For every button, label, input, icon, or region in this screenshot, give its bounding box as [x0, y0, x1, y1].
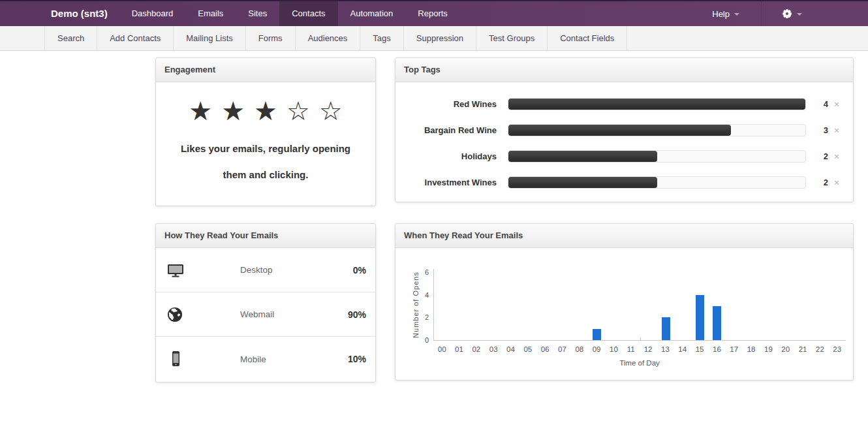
x-tick-label-00: 00: [433, 345, 450, 353]
chart-plot-slots: [434, 269, 846, 340]
star-filled-icon: ★: [189, 96, 212, 126]
read-method-row-mobile: Mobile 10%: [156, 337, 375, 381]
x-axis-mid-tick: [640, 337, 641, 340]
bar-hour-13: [662, 317, 670, 340]
contacts-subnav: SearchAdd ContactsMailing ListsFormsAudi…: [0, 26, 868, 51]
tag-row-holidays: Holidays2×: [395, 143, 853, 169]
top-navbar: Demo (snt3) DashboardEmailsSitesContacts…: [0, 0, 868, 26]
subnav-item-add-contacts[interactable]: Add Contacts: [97, 26, 174, 50]
x-tick-label-18: 18: [743, 345, 760, 353]
chart-plot-area: Number of Opens 0246: [433, 269, 846, 341]
tag-bar-fill: [508, 151, 657, 162]
navbar-divider: [762, 1, 762, 26]
star-empty-icon: ☆: [287, 96, 310, 126]
tag-bar-fill: [508, 125, 731, 136]
nav-item-reports[interactable]: Reports: [405, 1, 460, 26]
subnav-item-test-groups[interactable]: Test Groups: [476, 26, 548, 50]
tag-name: Holidays: [395, 151, 508, 161]
read-method-label: Desktop: [240, 265, 353, 275]
subnav-item-mailing-lists[interactable]: Mailing Lists: [174, 26, 246, 50]
tag-row-bargain-red-wine: Bargain Red Wine3×: [395, 117, 853, 143]
remove-tag-button[interactable]: ×: [828, 178, 845, 187]
chart-slot-16: [709, 306, 726, 340]
globe-icon: [167, 307, 184, 322]
nav-item-sites[interactable]: Sites: [236, 1, 279, 26]
tag-count: 3: [810, 125, 828, 135]
x-tick-label-10: 10: [605, 345, 622, 353]
read-method-label: Mobile: [240, 354, 348, 364]
remove-tag-button[interactable]: ×: [828, 151, 845, 161]
nav-item-contacts[interactable]: Contacts: [279, 1, 337, 26]
read-times-panel-title: When They Read Your Emails: [395, 224, 853, 248]
remove-tag-button[interactable]: ×: [828, 99, 845, 109]
subnav-item-suppression[interactable]: Suppression: [404, 26, 476, 50]
read-times-panel: When They Read Your Emails Number of Ope…: [395, 223, 854, 381]
tag-row-investment-wines: Investment Wines2×: [395, 169, 853, 195]
read-methods-panel-title: How They Read Your Emails: [156, 224, 375, 248]
x-tick-label-01: 01: [450, 345, 467, 353]
x-tick-label-17: 17: [726, 345, 743, 353]
tag-list: Red Wines4×Bargain Red Wine3×Holidays2×I…: [395, 82, 853, 195]
x-tick-label-06: 06: [536, 345, 553, 353]
brand-title: Demo (snt3): [51, 1, 119, 26]
tag-bar-fill: [508, 177, 657, 188]
x-tick-label-02: 02: [468, 345, 485, 353]
chart-slot-09: [589, 329, 606, 340]
subnav-item-contact-fields[interactable]: Contact Fields: [548, 26, 627, 50]
x-tick-label-07: 07: [553, 345, 570, 353]
chevron-down-icon: [734, 13, 739, 16]
subnav-item-audiences[interactable]: Audiences: [296, 26, 361, 50]
opens-by-hour-chart: Number of Opens 0246 0001020304050607080…: [395, 248, 853, 380]
help-menu[interactable]: Help: [705, 9, 746, 19]
y-tick-label-0: 0: [418, 336, 429, 344]
read-methods-panel: How They Read Your Emails Desktop 0% Web…: [155, 223, 376, 383]
read-method-value: 90%: [348, 309, 366, 320]
read-method-value: 0%: [353, 265, 366, 275]
tag-count: 2: [810, 151, 828, 161]
x-tick-label-11: 11: [623, 345, 640, 353]
subnav-item-forms[interactable]: Forms: [246, 26, 296, 50]
desktop-icon: [167, 262, 184, 278]
top-tags-panel: Top Tags Red Wines4×Bargain Red Wine3×Ho…: [395, 57, 854, 202]
nav-item-emails[interactable]: Emails: [185, 1, 236, 26]
bar-hour-09: [593, 329, 601, 340]
star-rating: ★★★☆☆: [156, 97, 375, 125]
bar-hour-16: [713, 306, 721, 340]
primary-nav: DashboardEmailsSitesContactsAutomationRe…: [119, 1, 460, 26]
tag-bar-track: [508, 98, 806, 110]
x-tick-label-23: 23: [829, 345, 846, 353]
read-method-label: Webmail: [240, 309, 348, 319]
tag-row-red-wines: Red Wines4×: [395, 91, 853, 117]
remove-tag-button[interactable]: ×: [828, 125, 845, 135]
read-method-row-webmail: Webmail 90%: [156, 292, 375, 337]
x-tick-label-12: 12: [640, 345, 657, 353]
star-filled-icon: ★: [254, 96, 277, 126]
tag-name: Red Wines: [395, 99, 508, 109]
x-tick-label-16: 16: [708, 345, 725, 353]
help-menu-label: Help: [712, 9, 730, 19]
settings-menu[interactable]: [778, 8, 806, 19]
x-tick-label-19: 19: [760, 345, 777, 353]
engagement-description-line2: them and clicking.: [156, 162, 375, 188]
subnav-item-search[interactable]: Search: [44, 26, 97, 50]
tag-bar-track: [508, 150, 806, 163]
chart-x-labels: 0001020304050607080910111213141516171819…: [433, 345, 846, 353]
tag-bar-fill: [508, 99, 805, 110]
gear-icon: [782, 8, 792, 19]
x-tick-label-21: 21: [794, 345, 811, 353]
subnav-item-tags[interactable]: Tags: [360, 26, 403, 50]
engagement-description-line1: Likes your emails, regularly opening: [156, 136, 375, 162]
y-tick-label-4: 4: [418, 291, 429, 299]
bar-hour-15: [696, 295, 704, 340]
chart-slot-15: [691, 295, 708, 340]
nav-item-automation[interactable]: Automation: [338, 1, 406, 26]
top-tags-panel-title: Top Tags: [395, 58, 853, 82]
nav-item-dashboard[interactable]: Dashboard: [119, 1, 186, 26]
chart-slot-13: [657, 317, 674, 340]
x-tick-label-04: 04: [502, 345, 519, 353]
star-empty-icon: ☆: [319, 96, 343, 126]
tag-bar-track: [508, 124, 806, 136]
chevron-down-icon: [797, 13, 802, 16]
x-tick-label-09: 09: [588, 345, 605, 353]
tag-bar-track: [508, 176, 806, 189]
